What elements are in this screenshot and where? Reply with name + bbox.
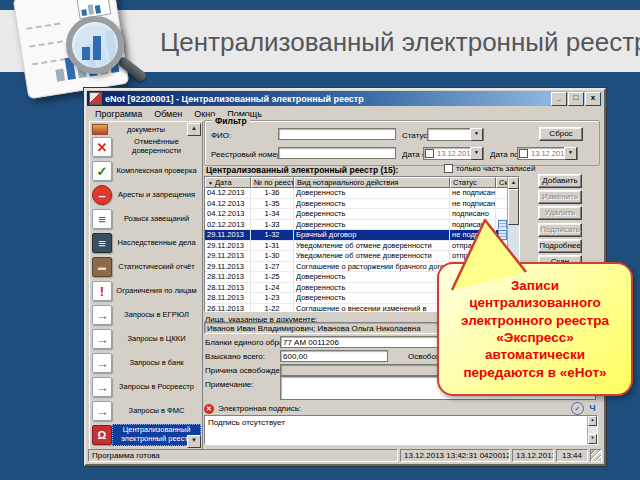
chart-magnifier-logo xyxy=(4,0,164,98)
filter-groupbox: Фильтр ФИО: Статус: ▼ Сброс Реестровый н… xyxy=(204,120,600,166)
sidebar-item-icon xyxy=(92,209,112,229)
signature-status: Подпись отсутствует xyxy=(205,416,587,444)
table-row[interactable]: 29.11.2013 1-30 Уведомление об отмене до… xyxy=(205,251,507,262)
action-button[interactable]: Изменить xyxy=(538,190,582,204)
sidebar-item[interactable]: Статистический отчёт xyxy=(90,255,202,279)
action-button[interactable]: Подписать xyxy=(538,223,582,237)
sign-icon[interactable]: Ч xyxy=(587,403,598,414)
fio-input[interactable] xyxy=(278,128,396,140)
chevron-down-icon[interactable]: ▼ xyxy=(564,147,577,160)
cell-type: Брачный договор xyxy=(294,230,450,240)
sidebar-item-icon xyxy=(92,425,112,445)
cell-status: не подписано xyxy=(450,230,496,240)
date-to-checkbox[interactable] xyxy=(519,149,528,158)
sidebar-item[interactable]: Отменённые доверенности xyxy=(90,135,202,159)
cell-type: Доверенность xyxy=(294,220,450,230)
sidebar-item-label: Запросы в ФМС xyxy=(112,407,201,416)
scan-icon xyxy=(498,230,507,240)
sidebar-item[interactable]: Ограничения по лицам xyxy=(90,279,202,303)
no-signature-icon: ✕ xyxy=(204,404,214,414)
verify-signature-icon[interactable]: ✓ xyxy=(571,402,584,415)
status-select[interactable]: ▼ xyxy=(427,128,484,141)
column-header[interactable]: Скан xyxy=(496,177,507,188)
date-from-picker[interactable]: 13.12.2013 ▼ xyxy=(423,147,484,160)
sidebar-clipped-item[interactable]: документы xyxy=(90,122,202,135)
scroll-up-icon[interactable]: ▲ xyxy=(508,177,519,189)
cell-date: 04.12.2013 xyxy=(205,188,251,198)
column-header[interactable]: Статус xyxy=(450,177,496,188)
action-button[interactable]: Добавить xyxy=(538,174,582,188)
signature-scrollbar[interactable]: ▲ ▼ xyxy=(587,416,597,444)
chevron-down-icon[interactable]: ▼ xyxy=(470,128,483,141)
cell-status: подписано xyxy=(450,220,496,230)
magnifier-lens-icon xyxy=(66,16,124,74)
cell-number: 1-36 xyxy=(251,188,294,198)
window-titlebar[interactable]: eNot [92200001] - Централизованный элект… xyxy=(87,91,603,106)
scroll-thumb[interactable] xyxy=(508,189,519,225)
sidebar-item[interactable]: Запросы в ФМС xyxy=(90,399,202,423)
cell-status: подписано xyxy=(450,209,496,219)
menu-item[interactable]: Программа xyxy=(90,109,147,119)
scroll-down-icon[interactable]: ▼ xyxy=(588,434,597,444)
cell-number: 1-31 xyxy=(251,241,294,251)
cell-date: 02.12.2013 xyxy=(205,220,251,230)
cell-date: 29.11.2013 xyxy=(205,262,251,272)
cell-number: 1-34 xyxy=(251,209,294,219)
action-button[interactable]: Удалить xyxy=(538,206,582,220)
sidebar-item[interactable]: Запросы в ЦККИ xyxy=(90,327,202,351)
scroll-up-icon[interactable]: ▲ xyxy=(588,416,597,426)
reg-number-input[interactable] xyxy=(278,147,396,159)
cell-type: Доверенность xyxy=(294,199,450,209)
resize-grip[interactable] xyxy=(590,449,602,462)
page: Централизованный электронный реестр xyxy=(0,0,640,480)
table-row[interactable]: 02.12.2013 1-33 Доверенность подписано xyxy=(205,220,507,231)
sidebar-item-label: Розыск завещаний xyxy=(112,215,201,224)
clipped-doc-icon xyxy=(92,124,108,135)
only-part-checkbox[interactable]: только часть записей xyxy=(444,164,535,173)
table-row[interactable]: 04.12.2013 1-34 Доверенность подписано xyxy=(205,209,507,220)
sidebar-item[interactable]: Аресты и запрещения xyxy=(90,183,202,207)
table-row[interactable]: 04.12.2013 1-36 Доверенность не подписан… xyxy=(205,188,507,199)
sidebar-item-label: Статистический отчёт xyxy=(112,263,201,272)
sidebar-item[interactable]: Розыск завещаний xyxy=(90,207,202,231)
cell-number: 1-23 xyxy=(251,293,294,303)
column-header[interactable]: Вид нотариального действия xyxy=(294,177,450,188)
cell-type: Доверенность xyxy=(294,272,450,282)
table-row[interactable]: 04.12.2013 1-35 Доверенность не подписан… xyxy=(205,199,507,210)
cell-type: Доверенность xyxy=(294,188,450,198)
minimize-button[interactable]: _ xyxy=(551,92,567,106)
sidebar-item[interactable]: Запросы в Росреестр xyxy=(90,375,202,399)
cell-date: 04.12.2013 xyxy=(205,199,251,209)
sidebar-item-icon xyxy=(92,281,112,301)
sidebar-scroll-down[interactable]: ▼ xyxy=(187,435,201,448)
table-row[interactable]: 29.11.2013 1-32 Брачный договор не подпи… xyxy=(205,230,507,241)
signature-row: ✕ Электронная подпись: ✓ Ч xyxy=(204,403,598,414)
date-to-picker[interactable]: 13.12.2013 ▼ xyxy=(517,147,578,160)
sidebar-item[interactable]: Централизованный электронный реестр xyxy=(90,423,202,447)
sidebar-scroll-up[interactable]: ▲ xyxy=(187,123,201,136)
checkbox-icon[interactable] xyxy=(444,164,453,173)
banner-title: Централизованный электронный реестр xyxy=(160,27,635,58)
action-button[interactable]: Подробнее xyxy=(538,239,582,253)
date-from-checkbox[interactable] xyxy=(425,149,434,158)
collected-input[interactable] xyxy=(280,350,388,362)
reset-button[interactable]: Сброс xyxy=(539,127,583,141)
maximize-button[interactable]: □ xyxy=(568,92,584,106)
table-actions: ДобавитьИзменитьУдалитьПодписатьПодробне… xyxy=(538,174,582,271)
chevron-down-icon[interactable]: ▼ xyxy=(470,147,483,160)
sidebar-item[interactable]: Комплексная проверка xyxy=(90,159,202,183)
sidebar-item[interactable]: Запросы в банк xyxy=(90,351,202,375)
collected-label: Взыскано всего: xyxy=(205,352,265,361)
sidebar-item-label: Ограничения по лицам xyxy=(112,287,201,296)
sidebar-item[interactable]: Наследственные дела xyxy=(90,231,202,255)
column-header[interactable]: Дата xyxy=(205,177,251,188)
column-header[interactable]: № по реестру xyxy=(251,177,294,188)
table-row[interactable]: 29.11.2013 1-31 Уведомление об отмене до… xyxy=(205,241,507,252)
menu-item[interactable]: Обмен xyxy=(149,109,187,119)
close-button[interactable]: x xyxy=(585,92,601,106)
cell-number: 1-27 xyxy=(251,262,294,272)
sidebar-item[interactable]: Запросы в ЕГРЮЛ xyxy=(90,303,202,327)
cell-type: Уведомление об отмене доверенности xyxy=(294,251,450,261)
cell-date: 28.11.2013 xyxy=(205,293,251,303)
sidebar-item-label: Запросы в ЕГРЮЛ xyxy=(112,311,201,320)
